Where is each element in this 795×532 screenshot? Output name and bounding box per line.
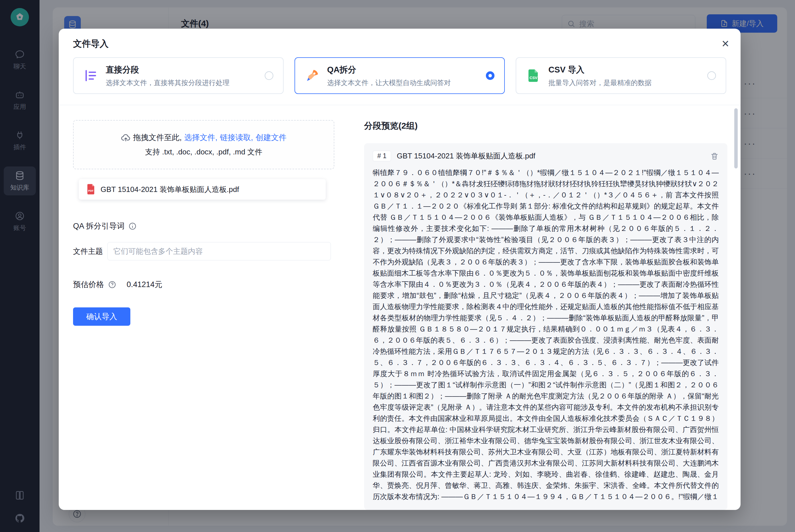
drag-hint-text: 拖拽文件至此, (133, 132, 182, 142)
qa-prompt-label: QA 拆分引导词 (73, 221, 125, 231)
segment-icon (83, 68, 98, 83)
mode-desc: 选择文本文件，让大模型自动生成问答对 (327, 78, 479, 88)
price-label: 预估价格 (73, 279, 104, 290)
mode-texts: CSV 导入 批量导入问答对，是最精准的数据 (548, 64, 700, 88)
radio-unchecked[interactable] (265, 71, 273, 80)
rocket-icon (305, 68, 320, 83)
mode-texts: QA拆分 选择文本文件，让大模型自动生成问答对 (327, 64, 479, 88)
import-mode-selector: 直接分段 选择文本文件，直接将其按分段进行处理 QA拆分 选择文本文件，让大模型… (59, 56, 741, 105)
chunk-source-filename: GBT 15104-2021 装饰单板贴面人造板.pdf (397, 151, 704, 161)
mode-title: 直接分段 (106, 64, 257, 76)
create-file-link[interactable]: 创建文件 (255, 132, 286, 142)
price-row: 预估价格 0.41214元 (73, 279, 334, 290)
preview-title: 分段预览(2组) (364, 120, 727, 132)
chunk-card[interactable]: # 1 GBT 15104-2021 装饰单板贴面人造板.pdf 犐犆犛７９．０… (364, 143, 727, 510)
modal-header: 文件导入 × (59, 28, 741, 56)
topic-row: 文件主题 (73, 242, 334, 261)
link-fetch-link[interactable]: 链接读取, (220, 132, 253, 142)
pdf-file-icon: PDF (86, 184, 96, 195)
file-import-modal: 文件导入 × 直接分段 选择文本文件，直接将其按分段进行处理 QA拆分 选择文本… (59, 28, 741, 510)
select-file-link[interactable]: 选择文件, (184, 132, 217, 142)
close-icon[interactable]: × (722, 38, 729, 49)
uploaded-file-name: GBT 15104-2021 装饰单板贴面人造板.pdf (100, 185, 239, 194)
chunk-header: # 1 GBT 15104-2021 装饰单板贴面人造板.pdf (373, 151, 719, 161)
csv-file-icon: CSV (526, 68, 541, 83)
delete-chunk-button[interactable] (710, 152, 719, 160)
mode-title: QA拆分 (327, 64, 479, 76)
qa-prompt-row: QA 拆分引导词 (73, 221, 334, 231)
radio-checked[interactable] (486, 71, 494, 80)
price-help-icon[interactable] (108, 281, 116, 289)
cloud-upload-icon (121, 133, 131, 142)
preview-column: 分段预览(2组) # 1 GBT 15104-2021 装饰单板贴面人造板.pd… (364, 120, 727, 510)
mode-desc: 批量导入问答对，是最精准的数据 (548, 78, 700, 88)
topic-label: 文件主题 (73, 246, 108, 256)
mode-card-qa-split[interactable]: QA拆分 选择文本文件，让大模型自动生成问答对 (295, 57, 505, 94)
trash-icon (710, 152, 719, 160)
price-value: 0.41214元 (127, 279, 163, 290)
svg-text:CSV: CSV (530, 76, 538, 80)
dropzone-line1: 拖拽文件至此, 选择文件, 链接读取, 创建文件 (121, 132, 287, 142)
modal-title: 文件导入 (73, 38, 109, 50)
mode-title: CSV 导入 (548, 64, 700, 76)
confirm-import-button[interactable]: 确认导入 (73, 307, 130, 326)
info-icon[interactable] (128, 222, 137, 230)
modal-scrollbar-thumb[interactable] (734, 108, 738, 168)
chunk-index-badge: # 1 (373, 151, 391, 161)
topic-input[interactable] (108, 242, 331, 261)
mode-texts: 直接分段 选择文本文件，直接将其按分段进行处理 (106, 64, 257, 88)
chunk-content-text: 犐犆犛７９．０６０犆犆犛犅７０!"＃＄％＆＇（）*犌犅／犜１５１０４—２０２１!… (373, 167, 719, 502)
svg-text:PDF: PDF (88, 189, 93, 192)
supported-formats-text: 支持 .txt, .doc, .docx, .pdf, .md 文件 (145, 147, 262, 157)
file-dropzone[interactable]: 拖拽文件至此, 选择文件, 链接读取, 创建文件 支持 .txt, .doc, … (73, 120, 334, 169)
upload-column: 拖拽文件至此, 选择文件, 链接读取, 创建文件 支持 .txt, .doc, … (73, 120, 334, 510)
uploaded-file-item[interactable]: PDF GBT 15104-2021 装饰单板贴面人造板.pdf (79, 179, 326, 200)
radio-unchecked[interactable] (707, 71, 716, 80)
mode-card-csv-import[interactable]: CSV CSV 导入 批量导入问答对，是最精准的数据 (516, 57, 726, 94)
modal-body: 拖拽文件至此, 选择文件, 链接读取, 创建文件 支持 .txt, .doc, … (59, 105, 741, 510)
mode-desc: 选择文本文件，直接将其按分段进行处理 (106, 78, 257, 88)
mode-card-direct-segment[interactable]: 直接分段 选择文本文件，直接将其按分段进行处理 (73, 57, 284, 94)
